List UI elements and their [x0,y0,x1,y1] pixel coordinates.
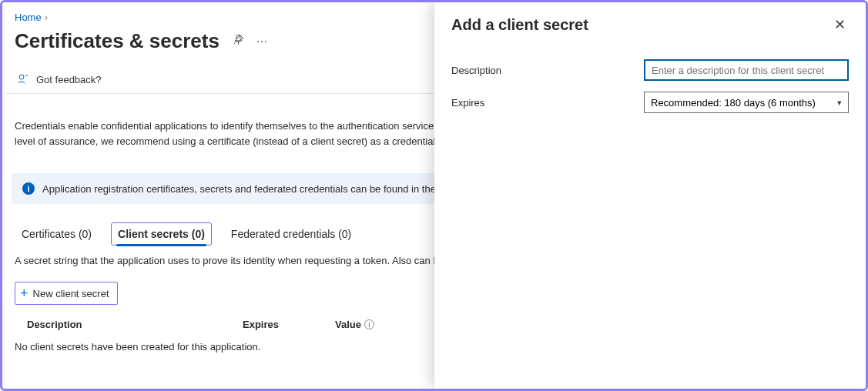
breadcrumb-home[interactable]: Home [15,12,42,23]
plus-icon: + [20,286,28,300]
tab-federated[interactable]: Federated credentials (0) [224,222,358,246]
tab-certificates[interactable]: Certificates (0) [15,222,99,246]
expires-label: Expires [451,97,644,109]
page-title: Certificates & secrets [15,29,220,53]
svg-point-0 [19,75,24,79]
new-secret-label: New client secret [33,288,109,299]
feedback-icon [18,73,30,85]
chevron-right-icon: › [45,12,48,23]
panel-title: Add a client secret [451,16,588,34]
col-value-label: Value [335,319,361,330]
description-input[interactable] [644,59,849,81]
expires-select[interactable]: Recommended: 180 days (6 months) ▾ [644,92,849,113]
description-label: Description [451,65,644,76]
add-secret-panel: Add a client secret ✕ Description Expire… [434,2,866,389]
feedback-text: Got feedback? [36,74,102,85]
expires-row: Expires Recommended: 180 days (6 months)… [451,92,849,113]
tab-client-secrets[interactable]: Client secrets (0) [111,222,212,246]
col-description: Description [27,319,243,330]
col-expires: Expires [243,319,335,330]
expires-value: Recommended: 180 days (6 months) [651,97,816,109]
description-row: Description [451,59,849,81]
close-icon[interactable]: ✕ [831,13,849,36]
info-banner-text: Application registration certificates, s… [42,183,489,195]
info-help-icon[interactable]: i [364,319,374,329]
panel-header: Add a client secret ✕ [451,13,849,36]
pin-icon[interactable] [232,34,244,49]
new-client-secret-button[interactable]: + New client secret [15,282,118,305]
info-icon: i [22,182,35,195]
more-icon[interactable]: ⋯ [256,35,268,48]
col-value: Value i [335,319,374,330]
chevron-down-icon: ▾ [837,98,842,108]
